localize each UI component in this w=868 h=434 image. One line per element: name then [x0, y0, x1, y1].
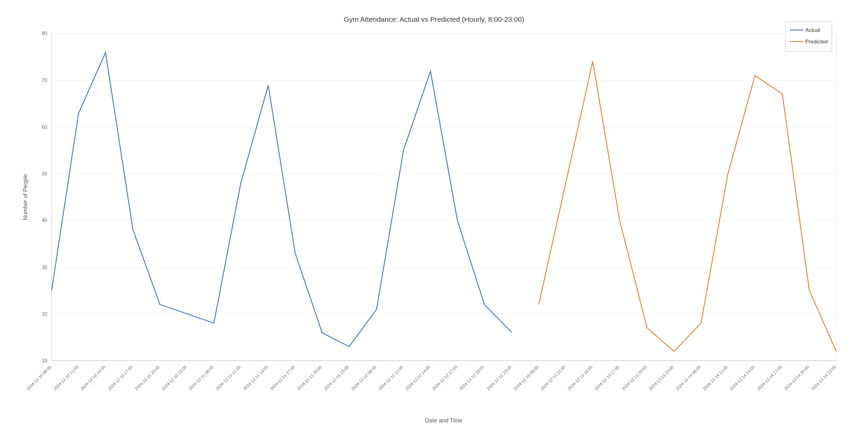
- chart-container: Gym Attendance: Actual vs Predicted (Hou…: [0, 0, 868, 434]
- legend-actual-label: Actual: [805, 27, 820, 33]
- y-tick-70: 70: [42, 78, 48, 83]
- y-tick-80: 80: [42, 30, 48, 36]
- chart-svg: Gym Attendance: Actual vs Predicted (Hou…: [9, 9, 859, 425]
- legend-predicted-label: Predicted: [805, 39, 827, 44]
- chart-title: Gym Attendance: Actual vs Predicted (Hou…: [344, 15, 524, 23]
- y-axis-label: Number of People: [22, 174, 29, 220]
- y-tick-40: 40: [42, 217, 48, 223]
- y-tick-60: 60: [42, 124, 48, 130]
- y-tick-30: 30: [42, 265, 48, 270]
- x-axis-label: Date and Time: [425, 417, 463, 424]
- y-tick-50: 50: [42, 171, 48, 176]
- chart-background: [18, 9, 850, 425]
- y-tick-20: 20: [42, 311, 48, 317]
- y-tick-10: 10: [42, 358, 48, 363]
- legend-box: [785, 22, 832, 52]
